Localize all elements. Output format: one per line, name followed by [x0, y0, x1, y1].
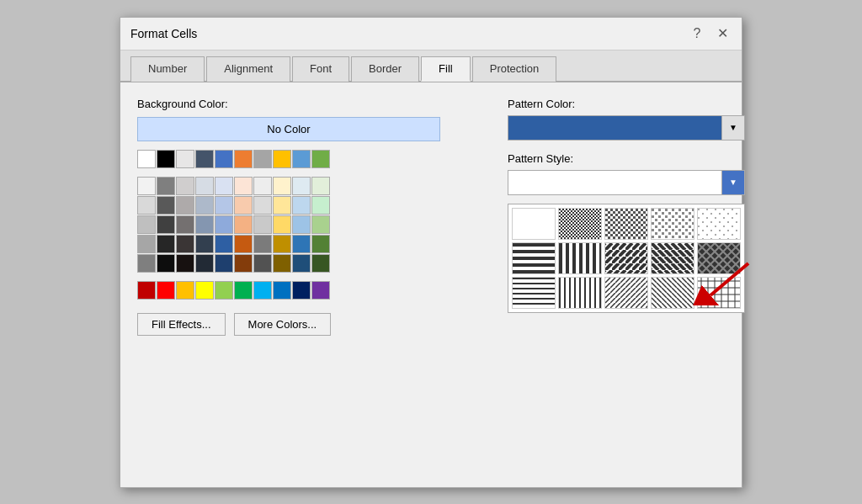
no-color-button[interactable]: No Color — [137, 117, 440, 141]
color-cell[interactable] — [137, 254, 156, 273]
color-cell[interactable] — [273, 281, 291, 300]
color-cell[interactable] — [176, 177, 194, 195]
color-cell[interactable] — [157, 150, 175, 168]
pattern-crosshatch-thin[interactable] — [697, 277, 741, 309]
color-cell[interactable] — [292, 177, 311, 195]
color-cell[interactable] — [176, 281, 194, 300]
color-cell[interactable] — [292, 235, 311, 253]
color-cell[interactable] — [137, 196, 156, 215]
color-cell[interactable] — [311, 215, 330, 234]
color-cell[interactable] — [215, 215, 233, 234]
color-cell[interactable] — [311, 177, 330, 195]
color-cell[interactable] — [157, 196, 175, 215]
pattern-sparse-dot[interactable] — [697, 208, 741, 240]
color-cell[interactable] — [215, 196, 233, 215]
color-cell[interactable] — [253, 150, 272, 168]
tab-border[interactable]: Border — [351, 56, 419, 82]
color-cell[interactable] — [195, 215, 214, 234]
color-cell[interactable] — [311, 254, 330, 273]
color-cell[interactable] — [137, 281, 156, 300]
pattern-medium-dot[interactable] — [604, 208, 648, 240]
pattern-diag-stripe-2[interactable] — [651, 242, 694, 274]
color-cell[interactable] — [273, 177, 291, 195]
pattern-light-dot[interactable] — [651, 208, 694, 240]
pattern-dense-dot[interactable] — [558, 208, 602, 240]
pattern-diag-thin-2[interactable] — [651, 277, 694, 309]
color-cell[interactable] — [176, 150, 194, 168]
color-cell[interactable] — [137, 235, 156, 253]
pattern-vert-stripe-thin[interactable] — [558, 277, 602, 309]
pattern-diag-stripe-1[interactable] — [604, 242, 648, 274]
color-cell[interactable] — [176, 215, 194, 234]
color-cell[interactable] — [292, 150, 311, 168]
color-cell[interactable] — [273, 215, 291, 234]
color-cell[interactable] — [157, 177, 175, 195]
pattern-crosshatch-thick[interactable] — [697, 242, 741, 274]
color-cell[interactable] — [215, 254, 233, 273]
pattern-vert-stripe-thick[interactable] — [558, 242, 602, 274]
color-cell[interactable] — [253, 215, 272, 234]
color-cell[interactable] — [215, 177, 233, 195]
pattern-color-dropdown-button[interactable]: ▼ — [721, 115, 745, 141]
color-cell[interactable] — [273, 235, 291, 253]
pattern-none[interactable] — [512, 208, 556, 240]
fill-effects-button[interactable]: Fill Effects... — [137, 313, 226, 336]
color-cell[interactable] — [292, 215, 311, 234]
svg-rect-46 — [559, 278, 602, 309]
color-cell[interactable] — [253, 177, 272, 195]
color-cell[interactable] — [234, 150, 253, 168]
tab-alignment[interactable]: Alignment — [206, 56, 290, 82]
color-cell[interactable] — [195, 235, 214, 253]
color-cell[interactable] — [137, 215, 156, 234]
more-colors-button[interactable]: More Colors... — [234, 313, 332, 336]
color-cell[interactable] — [273, 254, 291, 273]
svg-rect-51 — [605, 278, 648, 309]
color-cell[interactable] — [234, 281, 253, 300]
pattern-style-dropdown-button[interactable]: ▼ — [721, 170, 745, 195]
color-cell[interactable] — [253, 196, 272, 215]
color-cell[interactable] — [195, 254, 214, 273]
color-cell[interactable] — [234, 196, 253, 215]
color-cell[interactable] — [215, 150, 233, 168]
color-cell[interactable] — [176, 196, 194, 215]
color-cell[interactable] — [311, 150, 330, 168]
pattern-horiz-stripe-thin[interactable] — [512, 277, 556, 309]
color-cell[interactable] — [311, 235, 330, 253]
color-cell[interactable] — [273, 150, 291, 168]
tab-font[interactable]: Font — [292, 56, 349, 82]
color-cell[interactable] — [195, 177, 214, 195]
color-cell[interactable] — [157, 215, 175, 234]
color-cell[interactable] — [234, 254, 253, 273]
color-cell[interactable] — [311, 196, 330, 215]
color-cell[interactable] — [215, 281, 233, 300]
color-cell[interactable] — [292, 196, 311, 215]
color-cell[interactable] — [157, 254, 175, 273]
color-cell[interactable] — [292, 254, 311, 273]
color-cell[interactable] — [157, 235, 175, 253]
tab-protection[interactable]: Protection — [472, 56, 557, 82]
color-cell[interactable] — [234, 235, 253, 253]
color-cell[interactable] — [215, 235, 233, 253]
tab-fill[interactable]: Fill — [421, 56, 471, 82]
pattern-horiz-stripe-thick[interactable] — [512, 242, 556, 274]
color-cell[interactable] — [253, 254, 272, 273]
color-cell[interactable] — [195, 281, 214, 300]
color-cell[interactable] — [234, 177, 253, 195]
color-cell[interactable] — [157, 281, 175, 300]
color-cell[interactable] — [137, 150, 156, 168]
help-button[interactable]: ? — [688, 24, 706, 43]
color-cell[interactable] — [195, 150, 214, 168]
color-cell[interactable] — [195, 196, 214, 215]
color-cell[interactable] — [176, 235, 194, 253]
color-cell[interactable] — [176, 254, 194, 273]
color-cell[interactable] — [292, 281, 311, 300]
pattern-diag-thin-1[interactable] — [604, 277, 648, 309]
color-cell[interactable] — [273, 196, 291, 215]
close-button[interactable]: ✕ — [713, 24, 732, 43]
tab-number[interactable]: Number — [130, 56, 205, 82]
color-cell[interactable] — [253, 281, 272, 300]
color-cell[interactable] — [253, 235, 272, 253]
color-cell[interactable] — [234, 215, 253, 234]
color-cell[interactable] — [137, 177, 156, 195]
color-cell[interactable] — [311, 281, 330, 300]
